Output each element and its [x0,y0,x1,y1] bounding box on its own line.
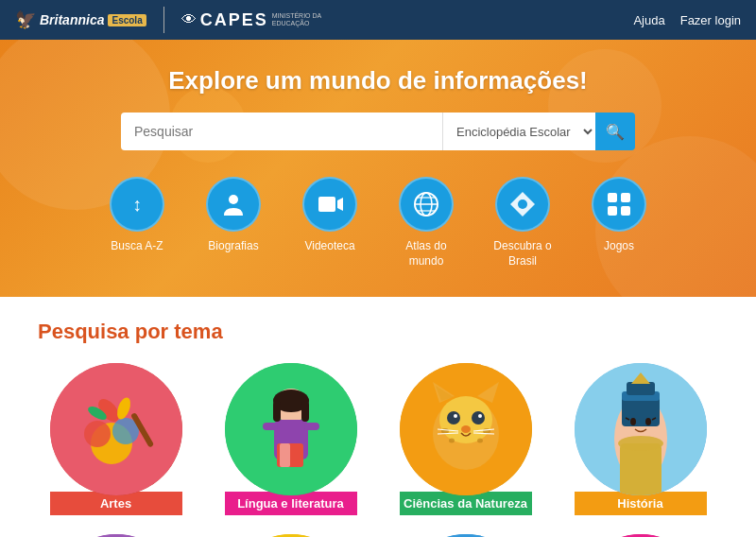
search-select[interactable]: Enciclopédia Escolar [442,113,595,150]
svg-point-42 [461,425,471,433]
capes-text: CAPES [200,10,268,30]
jogos-label: Jogos [604,239,634,254]
person-icon [220,191,247,217]
historia-circle [575,363,707,495]
historia-illustration [575,363,707,495]
search-button[interactable]: 🔍 [595,113,635,150]
svg-point-0 [229,195,238,204]
svg-point-59 [618,436,663,451]
svg-rect-31 [301,401,309,422]
svg-point-40 [454,414,457,418]
svg-rect-13 [621,206,630,216]
ciencias-circle [400,363,532,495]
atlas-circle [399,177,454,232]
nav-videoteca[interactable]: Videoteca [297,177,363,268]
svg-point-46 [477,439,483,443]
svg-rect-57 [627,382,655,395]
header: 🦅 Britannica Escola 👁 CAPES MINISTÉRIO D… [0,0,756,40]
svg-rect-11 [621,193,630,202]
biografias-label: Biografias [208,239,258,254]
puzzle-icon [606,191,632,217]
biografias-circle [206,177,261,232]
videoteca-label: Videoteca [304,239,354,254]
svg-rect-53 [620,443,662,495]
header-divider [163,7,164,33]
main-content: Pesquisa por tema Artes [0,297,756,537]
svg-rect-25 [263,423,278,430]
jogos-circle [592,177,646,232]
search-input[interactable] [121,113,442,150]
britannica-text: Britannica [40,12,104,27]
hero-section: Explore um mundo de informações! Enciclo… [0,40,756,297]
themes-title: Pesquisa por tema [38,320,718,344]
hero-title: Explore um mundo de informações! [19,66,737,95]
artes-circle [50,363,182,495]
artes-illustration [50,363,182,495]
svg-rect-30 [273,401,281,422]
nav-icons: ↕ Busca A-Z Biografias Videoteca [19,177,737,268]
svg-point-61 [645,418,651,425]
svg-rect-1 [318,197,335,212]
help-link[interactable]: Ajuda [633,13,664,27]
theme-lingua[interactable]: Língua e literatura [213,363,369,515]
login-link[interactable]: Fazer login [680,13,741,27]
search-icon: 🔍 [606,123,625,141]
nav-biografias[interactable]: Biografias [200,177,266,268]
svg-point-16 [84,421,111,447]
lingua-circle [225,363,357,495]
nav-jogos[interactable]: Jogos [586,177,652,268]
atlas-label: Atlas do mundo [405,239,446,268]
nav-atlas[interactable]: Atlas do mundo [393,177,459,268]
capes-logo: 👁 CAPES MINISTÉRIO DA EDUCAÇÃO [181,10,322,30]
nav-brasil[interactable]: Descubra o Brasil [490,177,556,268]
svg-rect-10 [608,193,617,202]
eye-icon: 👁 [181,11,197,28]
nav-busca[interactable]: ↕ Busca A-Z [104,177,170,268]
ciencias-illustration [400,363,532,495]
theme-historia[interactable]: História [562,363,718,515]
escola-badge: Escola [108,14,146,26]
svg-point-38 [447,411,460,424]
svg-point-9 [518,199,527,209]
videoteca-circle [302,177,357,232]
video-icon [317,191,343,217]
search-bar: Enciclopédia Escolar 🔍 [19,113,737,150]
brazil-icon [508,190,537,218]
busca-label: Busca A-Z [111,239,163,254]
svg-rect-28 [280,443,290,467]
theme-artes[interactable]: Artes [38,363,194,515]
brasil-label: Descubra o Brasil [493,239,551,268]
ministerio-text: MINISTÉRIO DA EDUCAÇÃO [272,12,322,28]
svg-rect-12 [608,206,617,216]
svg-point-60 [630,418,636,425]
sort-icon: ↕ [132,194,142,216]
svg-point-41 [478,414,482,418]
busca-circle: ↕ [110,177,164,232]
lingua-illustration [225,363,357,495]
svg-point-39 [472,411,485,424]
svg-point-45 [449,439,455,443]
britannica-logo: 🦅 Britannica Escola [15,9,146,30]
header-left: 🦅 Britannica Escola 👁 CAPES MINISTÉRIO D… [15,7,321,33]
svg-rect-26 [304,423,319,430]
brasil-circle [495,177,550,232]
header-right: Ajuda Fazer login [633,13,741,27]
svg-marker-2 [337,198,343,211]
theme-ciencias[interactable]: Ciências da Natureza [387,363,543,515]
themes-grid: Artes Língua e [38,363,718,537]
globe-icon [412,190,440,218]
